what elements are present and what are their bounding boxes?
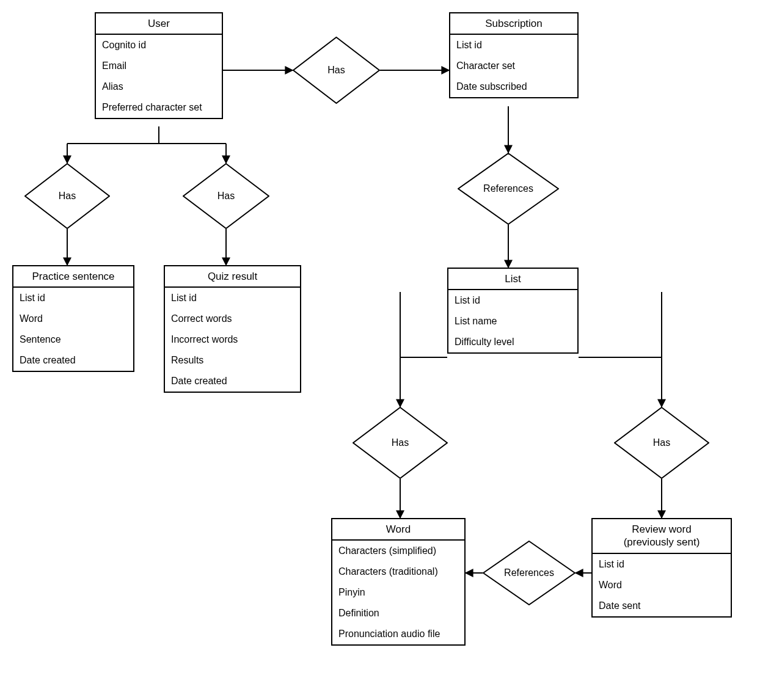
relationship-label: Has (614, 407, 709, 479)
entity-review-word: Review word (previously sent) List id Wo… (591, 518, 732, 618)
er-diagram-canvas: User Cognito id Email Alias Preferred ch… (0, 0, 782, 700)
attr: Definition (332, 603, 464, 624)
attr: Alias (96, 76, 222, 97)
relationship-subscription-list: References (458, 153, 559, 225)
attr: Results (165, 350, 300, 371)
relationship-user-practice: Has (24, 163, 110, 229)
relationship-user-quiz: Has (183, 163, 269, 229)
attr: Difficulty level (448, 332, 577, 352)
relationship-label: References (483, 541, 576, 605)
entity-user-title: User (96, 13, 222, 35)
entity-practice-sentence-attrs: List id Word Sentence Date created (13, 288, 133, 371)
entity-quiz-result: Quiz result List id Correct words Incorr… (164, 265, 301, 393)
attr: Incorrect words (165, 329, 300, 350)
entity-word-attrs: Characters (simplified) Characters (trad… (332, 541, 464, 644)
attr: List id (13, 288, 133, 308)
attr: Characters (simplified) (332, 541, 464, 561)
attr: List name (448, 311, 577, 332)
attr: Date sent (593, 596, 731, 616)
entity-review-word-title: Review word (previously sent) (593, 519, 731, 554)
relationship-list-word: Has (353, 407, 448, 479)
attr: Preferred character set (96, 97, 222, 118)
relationship-label: Has (183, 163, 269, 229)
relationship-label: Has (293, 37, 380, 104)
entity-user: User Cognito id Email Alias Preferred ch… (95, 12, 223, 119)
relationship-label: References (458, 153, 559, 225)
entity-subscription-attrs: List id Character set Date subscribed (450, 35, 577, 97)
relationship-label: Has (24, 163, 110, 229)
entity-quiz-result-title: Quiz result (165, 266, 300, 288)
attr: Pronunciation audio file (332, 624, 464, 644)
attr: Pinyin (332, 582, 464, 603)
relationship-label: Has (353, 407, 448, 479)
entity-quiz-result-attrs: List id Correct words Incorrect words Re… (165, 288, 300, 392)
attr: Characters (traditional) (332, 561, 464, 582)
attr: Date subscribed (450, 76, 577, 97)
attr: Date created (165, 371, 300, 392)
attr: Email (96, 56, 222, 76)
entity-subscription-title: Subscription (450, 13, 577, 35)
entity-practice-sentence-title: Practice sentence (13, 266, 133, 288)
entity-list-attrs: List id List name Difficulty level (448, 290, 577, 352)
attr: List id (165, 288, 300, 308)
attr: Cognito id (96, 35, 222, 56)
attr: Sentence (13, 329, 133, 350)
attr: Word (13, 308, 133, 329)
attr: List id (450, 35, 577, 56)
attr: List id (593, 554, 731, 575)
entity-word-title: Word (332, 519, 464, 541)
entity-subscription: Subscription List id Character set Date … (449, 12, 579, 98)
attr: List id (448, 290, 577, 311)
attr: Word (593, 575, 731, 596)
entity-list: List List id List name Difficulty level (447, 268, 579, 354)
relationship-list-review: Has (614, 407, 709, 479)
attr: Correct words (165, 308, 300, 329)
entity-word: Word Characters (simplified) Characters … (331, 518, 466, 646)
relationship-user-subscription: Has (293, 37, 380, 104)
attr: Character set (450, 56, 577, 76)
relationship-review-word-references: References (483, 541, 576, 605)
attr: Date created (13, 350, 133, 371)
entity-user-attrs: Cognito id Email Alias Preferred charact… (96, 35, 222, 118)
entity-practice-sentence: Practice sentence List id Word Sentence … (12, 265, 134, 372)
entity-list-title: List (448, 269, 577, 290)
entity-review-word-attrs: List id Word Date sent (593, 554, 731, 616)
